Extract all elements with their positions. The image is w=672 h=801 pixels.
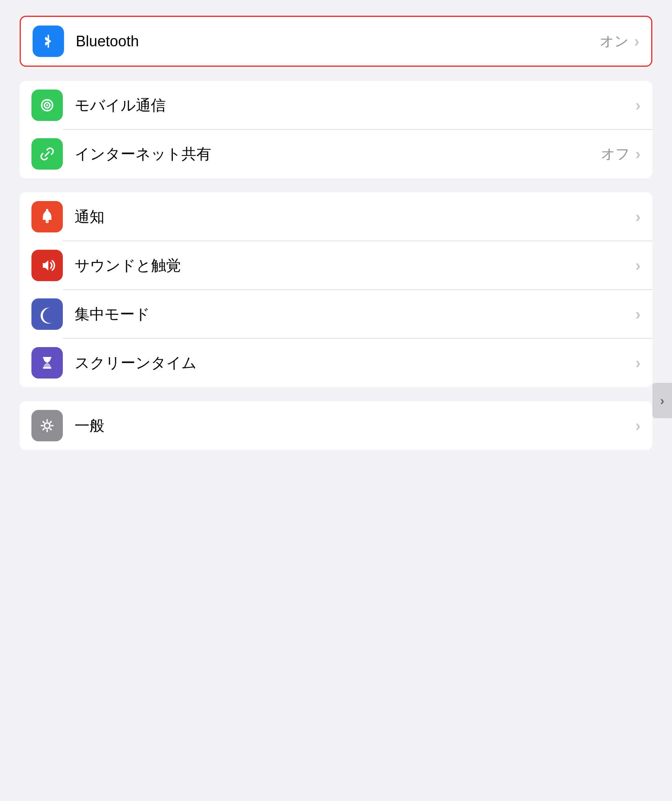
settings-row-sounds[interactable]: サウンドと触覚› xyxy=(20,241,652,290)
svg-point-9 xyxy=(46,209,48,211)
chevron-icon-notifications: › xyxy=(635,209,641,225)
row-label-screentime: スクリーンタイム xyxy=(75,353,635,373)
settings-row-focus[interactable]: 集中モード› xyxy=(20,290,652,338)
svg-rect-11 xyxy=(43,367,51,369)
settings-row-mobile[interactable]: モバイル通信› xyxy=(20,81,652,130)
settings-row-hotspot[interactable]: インターネット共有オフ› xyxy=(20,130,652,178)
chevron-icon-mobile: › xyxy=(635,97,641,113)
row-label-general: 一般 xyxy=(75,416,635,436)
chevron-icon-focus: › xyxy=(635,306,641,322)
row-label-notifications: 通知 xyxy=(75,207,635,227)
row-label-sounds: サウンドと触覚 xyxy=(75,256,635,276)
settings-group-general-group: 一般› xyxy=(20,401,652,450)
settings-group-connectivity-top: Bluetoothオン› xyxy=(20,16,652,67)
svg-rect-10 xyxy=(43,357,51,358)
link-icon xyxy=(31,138,63,170)
row-label-focus: 集中モード xyxy=(75,304,635,324)
settings-group-connectivity-bottom: モバイル通信› インターネット共有オフ› xyxy=(20,81,652,178)
settings-row-notifications[interactable]: 通知› xyxy=(20,192,652,241)
speaker-icon xyxy=(31,250,63,281)
svg-point-3 xyxy=(46,104,48,106)
svg-rect-8 xyxy=(46,220,49,221)
chevron-icon-general: › xyxy=(635,418,641,433)
row-label-mobile: モバイル通信 xyxy=(75,95,635,115)
svg-point-12 xyxy=(44,423,50,428)
settings-row-bluetooth[interactable]: Bluetoothオン› xyxy=(21,17,651,66)
bluetooth-icon xyxy=(33,26,64,57)
bell-icon xyxy=(31,201,63,232)
settings-row-screentime[interactable]: スクリーンタイム› xyxy=(20,338,652,387)
row-label-bluetooth: Bluetooth xyxy=(76,33,600,50)
settings-app: Bluetoothオン› モバイル通信› インターネット共有オフ› 通知› サウ… xyxy=(20,16,652,450)
chevron-icon-sounds: › xyxy=(635,258,641,273)
chevron-icon-screentime: › xyxy=(635,355,641,371)
settings-group-notifications-group: 通知› サウンドと触覚› 集中モード› スクリーンタイム› xyxy=(20,192,652,387)
row-label-hotspot: インターネット共有 xyxy=(75,144,601,164)
chevron-icon-hotspot: › xyxy=(635,146,641,162)
chevron-icon-bluetooth: › xyxy=(634,33,639,49)
hourglass-icon xyxy=(31,347,63,379)
settings-row-general[interactable]: 一般› xyxy=(20,401,652,450)
scroll-arrow: › xyxy=(652,383,672,418)
signal-icon xyxy=(31,90,63,121)
row-value-bluetooth: オン xyxy=(600,32,629,51)
moon-icon xyxy=(31,298,63,330)
gear-icon xyxy=(31,410,63,441)
row-value-hotspot: オフ xyxy=(601,144,630,164)
